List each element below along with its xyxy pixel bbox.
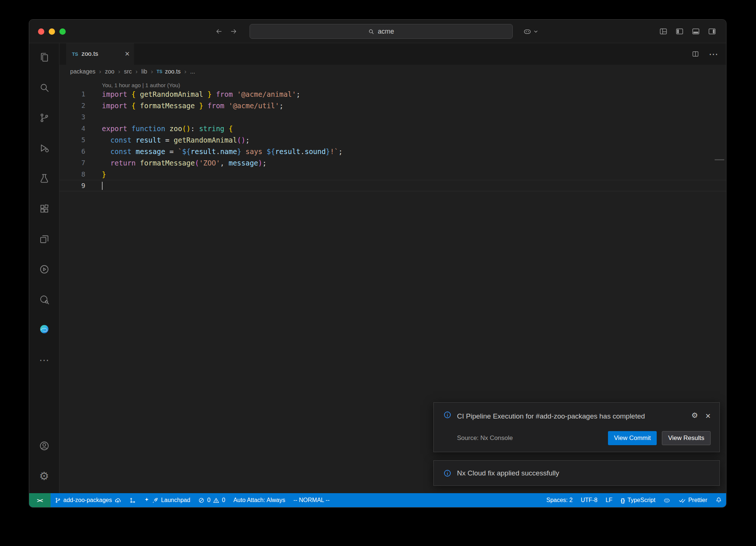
sparkle-icon <box>144 497 150 504</box>
code-line[interactable]: 8} <box>59 168 726 180</box>
copilot-menu-button[interactable] <box>523 20 538 43</box>
formatter-status-item[interactable]: Prettier <box>674 493 711 507</box>
activity-bar: ⋯ ⚙ <box>29 43 59 493</box>
chevron-down-icon <box>534 30 538 34</box>
breadcrumb-item-zoo[interactable]: zoo <box>105 68 114 75</box>
desktop: { "colors": { "accent": "#0078d4", "remo… <box>0 0 756 546</box>
code-line[interactable]: 7 return formatMessage('ZOO', message); <box>59 157 726 168</box>
eol-status-item[interactable]: LF <box>601 493 616 507</box>
activity-more[interactable]: ⋯ <box>33 349 56 372</box>
typescript-file-icon: TS <box>72 51 78 57</box>
rocket-icon <box>152 497 158 504</box>
code-lines: 1import { getRandomAnimal } from '@acme/… <box>59 88 726 191</box>
code-line[interactable]: 2import { formatMessage } from '@acme/ut… <box>59 100 726 111</box>
navigate-back-button[interactable] <box>215 27 223 35</box>
copilot-status-item[interactable] <box>659 493 674 507</box>
activity-run-debug[interactable] <box>33 137 56 160</box>
notification-message: CI Pipeline Execution for #add-zoo-packa… <box>457 411 647 422</box>
copilot-icon <box>523 27 532 36</box>
line-number: 4 <box>59 124 85 132</box>
code-line[interactable]: 1import { getRandomAnimal } from '@acme/… <box>59 88 726 100</box>
view-commit-button[interactable]: View Commit <box>608 431 657 445</box>
activity-settings[interactable]: ⚙ <box>33 465 56 488</box>
toggle-primary-sidebar-button[interactable] <box>675 27 684 36</box>
notifications-bell-item[interactable] <box>711 493 726 507</box>
code-line[interactable]: 9 <box>59 180 726 191</box>
text-cursor <box>102 182 103 190</box>
editor-more-actions-button[interactable]: ⋯ <box>709 50 718 59</box>
activity-accounts[interactable] <box>33 434 56 457</box>
customize-layout-button[interactable] <box>659 27 668 36</box>
code-line[interactable]: 3 <box>59 111 726 123</box>
tab-bar: TS zoo.ts × ⋯ <box>59 43 726 65</box>
tab-label: zoo.ts <box>82 50 122 58</box>
line-number: 1 <box>59 90 85 98</box>
breadcrumb-item-symbol[interactable]: ... <box>190 68 195 75</box>
double-check-icon <box>678 497 685 504</box>
gear-icon: ⚙ <box>39 471 49 482</box>
typescript-file-icon: TS <box>157 69 162 74</box>
branch-name: add-zoo-packages <box>63 497 112 504</box>
notification-source: Source: Nx Console <box>457 434 513 442</box>
branch-status-item[interactable]: add-zoo-packages <box>51 493 126 507</box>
history-navigation <box>215 20 238 43</box>
tab-zoo-ts[interactable]: TS zoo.ts × <box>66 43 134 65</box>
chevron-right-icon: › <box>135 68 138 75</box>
line-number: 6 <box>59 147 85 155</box>
view-results-button[interactable]: View Results <box>662 431 711 445</box>
codelens-blame[interactable]: You, 1 hour ago | 1 author (You) <box>59 79 726 88</box>
problems-status-item[interactable]: 0 0 <box>194 493 229 507</box>
chevron-right-icon: › <box>151 68 153 75</box>
encoding-status-item[interactable]: UTF-8 <box>577 493 601 507</box>
breadcrumb-item-src[interactable]: src <box>124 68 132 75</box>
code-line[interactable]: 6 const message = `${result.name} says $… <box>59 146 726 157</box>
more-icon: ⋯ <box>39 355 49 365</box>
window-zoom-button[interactable] <box>59 28 66 35</box>
split-editor-button[interactable] <box>692 50 699 58</box>
breadcrumb-item-lib[interactable]: lib <box>141 68 147 75</box>
code-line[interactable]: 4export function zoo(): string { <box>59 123 726 134</box>
tab-close-icon[interactable]: × <box>125 50 130 58</box>
cloud-upload-icon <box>114 497 121 504</box>
notification-close-icon[interactable]: × <box>705 412 711 420</box>
activity-testing[interactable] <box>33 167 56 190</box>
line-number: 3 <box>59 113 85 121</box>
breadcrumb: packages › zoo › src › lib › TS zoo.ts ›… <box>59 65 726 79</box>
notification-message: Nx Cloud fix applied successfully <box>457 468 559 478</box>
activity-explorer[interactable] <box>33 46 56 69</box>
activity-edge-devtools[interactable] <box>33 318 56 341</box>
activity-extensions[interactable] <box>33 197 56 220</box>
beaker-icon <box>39 173 50 184</box>
window-close-button[interactable] <box>38 28 44 35</box>
window-controls <box>38 20 66 43</box>
formatter-label: Prettier <box>688 497 707 504</box>
indentation-status-item[interactable]: Spaces: 2 <box>542 493 577 507</box>
inspect-icon <box>39 294 50 305</box>
run-debug-icon <box>39 143 50 154</box>
git-graph-status-item[interactable] <box>126 493 140 507</box>
info-icon <box>443 469 451 477</box>
remote-indicator[interactable]: >< <box>29 493 51 507</box>
notification-settings-icon[interactable]: ⚙ <box>691 412 698 419</box>
window-minimize-button[interactable] <box>49 28 55 35</box>
toggle-panel-button[interactable] <box>691 27 700 36</box>
activity-pipelines[interactable] <box>33 258 56 281</box>
activity-source-control[interactable] <box>33 106 56 129</box>
breadcrumb-file[interactable]: TS zoo.ts <box>157 68 181 75</box>
files-icon <box>39 52 50 63</box>
notification-toast-nx-cloud: Nx Cloud fix applied successfully <box>433 460 720 486</box>
line-number: 7 <box>59 159 85 167</box>
launchpad-status-item[interactable]: Launchpad <box>140 493 194 507</box>
code-line[interactable]: 5 const result = getRandomAnimal(); <box>59 134 726 146</box>
activity-search[interactable] <box>33 76 56 99</box>
language-status-item[interactable]: {} TypeScript <box>616 493 659 507</box>
navigate-forward-button[interactable] <box>230 27 238 35</box>
vim-mode-status-item[interactable]: -- NORMAL -- <box>289 493 334 507</box>
activity-remote-explorer[interactable] <box>33 228 56 250</box>
breadcrumb-item-packages[interactable]: packages <box>70 68 96 75</box>
activity-inspect[interactable] <box>33 288 56 311</box>
auto-attach-status-item[interactable]: Auto Attach: Always <box>229 493 289 507</box>
toggle-secondary-sidebar-button[interactable] <box>708 27 717 36</box>
overview-ruler-mark <box>715 159 724 160</box>
command-center-search[interactable]: acme <box>250 24 513 39</box>
